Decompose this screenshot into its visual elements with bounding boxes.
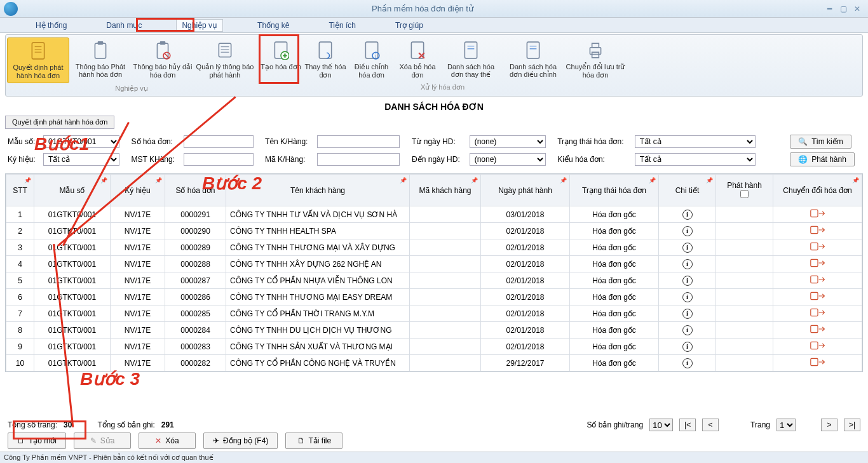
breadcrumb-button[interactable]: Quyết định phát hành hóa đơn — [5, 116, 114, 129]
cell-convert[interactable] — [773, 239, 862, 256]
minimize-button[interactable]: ━ — [822, 3, 836, 15]
table-row[interactable]: 901GTKT0/001NV/17E0000283CÔNG TY TNHH SẢ… — [6, 339, 862, 355]
document-add-icon — [272, 40, 290, 60]
mau-so-select[interactable]: 01GTKT0/001 — [43, 135, 119, 148]
delete-button[interactable]: ✕Xóa — [139, 433, 196, 449]
ribbon-thong-bao-phat-hanh[interactable]: Thông báo Phát hành hóa đơn — [69, 37, 132, 83]
col-ten-kh[interactable]: Tên khách hàng📌 — [226, 175, 410, 206]
col-phat-hanh[interactable]: Phát hành — [716, 175, 773, 206]
menu-he-thong[interactable]: Hệ thống — [31, 20, 72, 31]
first-page-button[interactable]: |< — [679, 419, 696, 431]
cell-convert[interactable] — [773, 256, 862, 272]
ribbon-xoa-bo[interactable]: Xóa bỏ hóa đơn — [395, 37, 440, 82]
maximize-button[interactable]: ▢ — [836, 3, 850, 15]
col-trang-thai[interactable]: Trạng thái hóa đơn📌 — [570, 175, 659, 206]
cell-publish[interactable] — [716, 355, 773, 372]
new-button[interactable]: 🗋Tạo mới — [8, 433, 66, 449]
cell-publish[interactable] — [716, 256, 773, 272]
ribbon-thong-bao-huy[interactable]: Thông báo hủy dải hóa đơn — [132, 37, 194, 83]
per-page-select[interactable]: 10 — [649, 419, 673, 431]
cell-detail[interactable]: i — [659, 272, 716, 289]
table-row[interactable]: 801GTKT0/001NV/17E0000284CÔNG TY TNHH DU… — [6, 322, 862, 339]
col-ngay[interactable]: Ngày phát hành📌 — [481, 175, 570, 206]
cell-convert[interactable] — [773, 305, 862, 322]
cell-detail[interactable]: i — [659, 355, 716, 372]
table-row[interactable]: 1001GTKT0/001NV/17E0000282CÔNG TY CỔ PHẦ… — [6, 355, 862, 372]
upload-button[interactable]: 🗋Tải file — [285, 433, 342, 449]
last-page-button[interactable]: >| — [844, 419, 860, 431]
cell-convert[interactable] — [773, 339, 862, 355]
tu-ngay-select[interactable]: (none) — [470, 135, 546, 148]
page-label: Trang — [750, 420, 770, 429]
ribbon-ds-dieu-chinh[interactable]: Danh sách hóa đơn điều chỉnh — [502, 37, 564, 82]
menu-nghiep-vu[interactable]: Nghiệp vụ — [176, 19, 223, 32]
cell-stt: 3 — [6, 239, 34, 256]
cell-publish[interactable] — [716, 339, 773, 355]
edit-button[interactable]: ✎Sửa — [74, 433, 131, 449]
col-chuyen-doi[interactable]: Chuyển đổi hóa đơn📌 — [773, 175, 862, 206]
table-row[interactable]: 301GTKT0/001NV/17E0000289CÔNG TY TNHH TH… — [6, 239, 862, 256]
ribbon-quan-ly[interactable]: Quản lý thông báo phát hành — [194, 37, 256, 83]
table-row[interactable]: 501GTKT0/001NV/17E0000287CÔNG TY CỔ PHẦN… — [6, 272, 862, 289]
col-ma-kh[interactable]: Mã khách hàng📌 — [410, 175, 481, 206]
cell-publish[interactable] — [716, 305, 773, 322]
cell-convert[interactable] — [773, 289, 862, 305]
cell-detail[interactable]: i — [659, 289, 716, 305]
mst-input[interactable] — [184, 153, 254, 166]
table-row[interactable]: 601GTKT0/001NV/17E0000286CÔNG TY TNHH TH… — [6, 289, 862, 305]
cell-publish[interactable] — [716, 289, 773, 305]
ribbon-quyet-dinh[interactable]: Quyết định phát hành hóa đơn — [7, 37, 69, 83]
publish-all-checkbox[interactable] — [740, 190, 749, 198]
publish-button[interactable]: 🌐Phát hành — [790, 152, 855, 166]
svg-rect-34 — [810, 210, 817, 217]
ribbon-chuyen-doi[interactable]: Chuyển đổi lưu trữ hóa đơn — [564, 37, 627, 82]
sync-button[interactable]: ✈Đồng bộ (F4) — [203, 433, 278, 449]
menu-danh-muc[interactable]: Danh mục — [101, 20, 147, 31]
ribbon-dieu-chinh[interactable]: i Điều chỉnh hóa đơn — [348, 37, 395, 82]
den-ngay-select[interactable]: (none) — [470, 153, 546, 166]
ky-hieu-select[interactable]: Tất cả — [43, 153, 119, 166]
ribbon-ds-thay-the[interactable]: Danh sách hóa đơn thay thế — [440, 37, 502, 82]
table-row[interactable]: 701GTKT0/001NV/17E0000285CÔNG TY CỔ PHẦN… — [6, 305, 862, 322]
close-button[interactable]: ✕ — [850, 3, 864, 15]
cell-convert[interactable] — [773, 322, 862, 339]
col-stt[interactable]: STT📌 — [6, 175, 34, 206]
col-ky-hieu[interactable]: Ký hiệu📌 — [111, 175, 165, 206]
ma-kh-input[interactable] — [317, 153, 400, 166]
cell-convert[interactable] — [773, 223, 862, 239]
cell-detail[interactable]: i — [659, 239, 716, 256]
col-so-hd[interactable]: Số hóa đơn📌 — [165, 175, 226, 206]
table-row[interactable]: 101GTKT0/001NV/17E0000291CÔNG TY TNHH TƯ… — [6, 206, 862, 223]
cell-convert[interactable] — [773, 272, 862, 289]
cell-detail[interactable]: i — [659, 206, 716, 223]
cell-detail[interactable]: i — [659, 322, 716, 339]
cell-convert[interactable] — [773, 355, 862, 372]
cell-publish[interactable] — [716, 223, 773, 239]
cell-publish[interactable] — [716, 206, 773, 223]
kieu-select[interactable]: Tất cả — [635, 153, 756, 166]
cell-publish[interactable] — [716, 272, 773, 289]
cell-detail[interactable]: i — [659, 256, 716, 272]
col-chi-tiet[interactable]: Chi tiết📌 — [659, 175, 716, 206]
cell-detail[interactable]: i — [659, 339, 716, 355]
page-select[interactable]: 1 — [776, 419, 796, 431]
cell-publish[interactable] — [716, 322, 773, 339]
search-button[interactable]: 🔍Tìm kiếm — [790, 135, 851, 149]
cell-detail[interactable]: i — [659, 305, 716, 322]
trang-thai-select[interactable]: Tất cả — [635, 135, 756, 148]
menu-thong-ke[interactable]: Thống kê — [252, 20, 294, 31]
so-hd-input[interactable] — [184, 135, 254, 148]
menu-tro-giup[interactable]: Trợ giúp — [390, 20, 428, 31]
cell-convert[interactable] — [773, 206, 862, 223]
cell-publish[interactable] — [716, 239, 773, 256]
ribbon-thay-the[interactable]: Thay thế hóa đơn — [303, 37, 348, 82]
next-page-button[interactable]: > — [821, 419, 837, 431]
col-mau-so[interactable]: Mẫu số📌 — [34, 175, 111, 206]
table-row[interactable]: 201GTKT0/001NV/17E0000290CÔNG TY TNHH HE… — [6, 223, 862, 239]
ribbon-tao-hoa-don[interactable]: Tạo hóa đơn — [259, 37, 303, 82]
cell-detail[interactable]: i — [659, 223, 716, 239]
ten-kh-input[interactable] — [317, 135, 400, 148]
prev-page-button[interactable]: < — [702, 419, 719, 431]
menu-tien-ich[interactable]: Tiện ích — [323, 20, 361, 31]
table-row[interactable]: 401GTKT0/001NV/17E0000288CÔNG TY TNHH XÂ… — [6, 256, 862, 272]
